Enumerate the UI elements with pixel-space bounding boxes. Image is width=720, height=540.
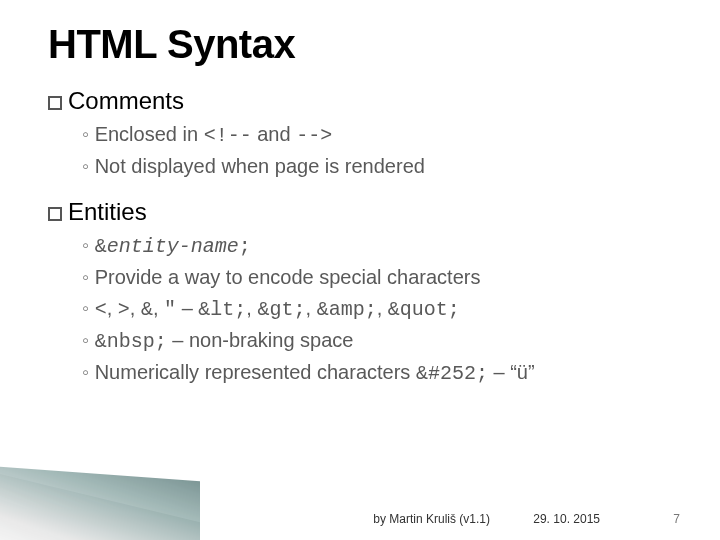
list-item: Not displayed when page is rendered bbox=[82, 153, 672, 180]
list-item: &entity-name; bbox=[82, 232, 672, 260]
slide-title: HTML Syntax bbox=[48, 22, 672, 67]
bullet-square-icon bbox=[48, 207, 62, 221]
list-item: Enclosed in <!-- and --> bbox=[82, 121, 672, 149]
footer-page-number: 7 bbox=[673, 512, 680, 526]
decorative-corner bbox=[0, 420, 200, 540]
section-heading-text: Comments bbox=[68, 87, 184, 114]
section-heading-text: Entities bbox=[68, 198, 147, 225]
sub-bullet-list: &entity-name;Provide a way to encode spe… bbox=[48, 232, 672, 387]
footer-date: 29. 10. 2015 bbox=[533, 512, 600, 526]
list-item: &nbsp; – non-braking space bbox=[82, 327, 672, 355]
section: CommentsEnclosed in <!-- and -->Not disp… bbox=[48, 87, 672, 180]
bullet-square-icon bbox=[48, 96, 62, 110]
list-item: Numerically represented characters &#252… bbox=[82, 359, 672, 387]
list-item: Provide a way to encode special characte… bbox=[82, 264, 672, 291]
content-body: CommentsEnclosed in <!-- and -->Not disp… bbox=[48, 87, 672, 387]
sub-bullet-list: Enclosed in <!-- and -->Not displayed wh… bbox=[48, 121, 672, 180]
section: Entities&entity-name;Provide a way to en… bbox=[48, 198, 672, 387]
slide: HTML Syntax CommentsEnclosed in <!-- and… bbox=[0, 0, 720, 540]
footer-byline: by Martin Kruliš (v1.1) bbox=[373, 512, 490, 526]
section-heading: Comments bbox=[48, 87, 672, 115]
list-item: <, >, &, " – &lt;, &gt;, &amp;, &quot; bbox=[82, 295, 672, 323]
section-heading: Entities bbox=[48, 198, 672, 226]
